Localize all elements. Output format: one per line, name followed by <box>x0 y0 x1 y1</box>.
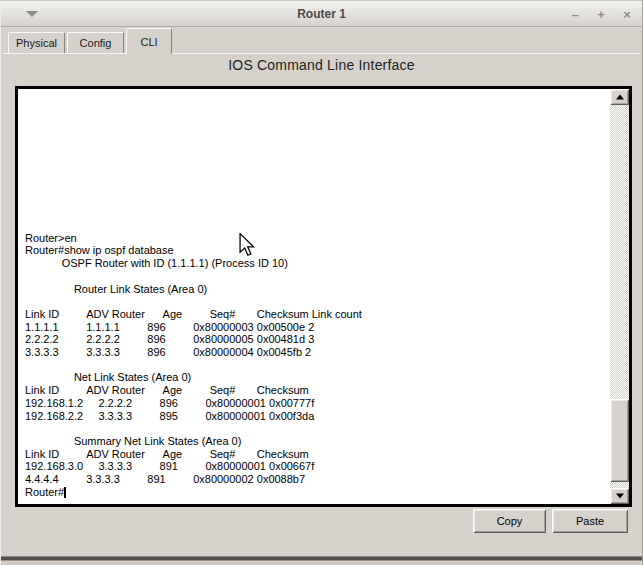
window-bottom-edge <box>1 556 642 565</box>
cli-terminal[interactable]: Router>en Router#show ip ospf database O… <box>15 86 632 507</box>
panel-top-highlight <box>3 53 640 54</box>
scrollbar-thumb[interactable] <box>610 399 629 482</box>
text-caret <box>64 487 66 498</box>
minimize-button[interactable]: – <box>568 7 582 22</box>
tab-physical[interactable]: Physical <box>8 32 65 53</box>
copy-button[interactable]: Copy <box>473 509 546 533</box>
page-title: IOS Command Line Interface <box>1 57 642 73</box>
terminal-output[interactable]: Router>en Router#show ip ospf database O… <box>18 89 610 504</box>
scroll-down-button[interactable] <box>610 488 629 504</box>
arrow-down-icon <box>616 494 624 499</box>
terminal-scrollbar[interactable] <box>610 89 629 504</box>
router-window: Router 1 – + × Physical Config CLI IOS C… <box>0 0 643 565</box>
tab-cli[interactable]: CLI <box>126 28 172 54</box>
tab-config[interactable]: Config <box>67 32 124 53</box>
maximize-button[interactable]: + <box>594 7 608 22</box>
paste-button[interactable]: Paste <box>552 509 628 533</box>
titlebar[interactable]: Router 1 – + × <box>1 1 642 27</box>
close-button[interactable]: × <box>620 7 634 22</box>
scroll-up-button[interactable] <box>610 89 629 105</box>
window-title: Router 1 <box>1 1 642 27</box>
arrow-up-icon <box>616 95 624 100</box>
